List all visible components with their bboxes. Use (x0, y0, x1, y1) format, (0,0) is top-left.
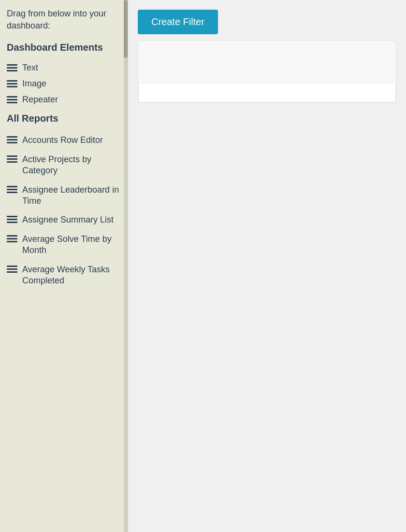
all-reports-title: All Reports (7, 112, 121, 124)
drag-hint: Drag from below into your dashboard: (7, 8, 121, 32)
report-label: Average Weekly Tasks Completed (22, 264, 121, 287)
list-icon (7, 96, 17, 103)
report-item-active-projects[interactable]: Active Projects by Category (7, 150, 121, 181)
scrollbar-thumb[interactable] (124, 0, 128, 58)
report-label: Active Projects by Category (22, 154, 121, 177)
list-icon (7, 155, 17, 163)
list-icon (7, 80, 17, 87)
element-label-repeater: Repeater (22, 95, 58, 105)
element-item-image[interactable]: Image (7, 76, 121, 92)
sidebar: Drag from below into your dashboard: Das… (0, 0, 128, 532)
report-label: Accounts Row Editor (22, 135, 103, 146)
report-item-average-solve-time[interactable]: Average Solve Time by Month (7, 230, 121, 260)
main-content: Create Filter (128, 0, 406, 532)
element-label-image: Image (22, 79, 46, 89)
report-label: Assignee Leaderboard in Time (22, 184, 121, 207)
list-icon (7, 136, 17, 143)
report-item-assignee-summary[interactable]: Assignee Summary List (7, 210, 121, 229)
elements-list: Text Image Repeater (7, 60, 121, 108)
report-item-assignee-leaderboard[interactable]: Assignee Leaderboard in Time (7, 181, 121, 211)
dashboard-elements-title: Dashboard Elements (7, 42, 121, 53)
content-panel (138, 40, 396, 103)
create-filter-button[interactable]: Create Filter (138, 10, 218, 34)
element-label-text: Text (22, 63, 38, 73)
list-icon (7, 186, 17, 193)
list-icon (7, 266, 17, 273)
list-icon (7, 64, 17, 71)
element-item-text[interactable]: Text (7, 60, 121, 76)
all-reports-section: All Reports Accounts Row Editor Active P… (7, 112, 121, 290)
list-icon (7, 216, 17, 223)
element-item-repeater[interactable]: Repeater (7, 92, 121, 108)
report-item-average-weekly-tasks[interactable]: Average Weekly Tasks Completed (7, 260, 121, 291)
list-icon (7, 235, 17, 242)
content-panel-inner (138, 83, 396, 102)
report-item-accounts-row-editor[interactable]: Accounts Row Editor (7, 131, 121, 150)
scrollbar-track[interactable] (124, 0, 128, 532)
report-label: Average Solve Time by Month (22, 234, 121, 256)
report-label: Assignee Summary List (22, 214, 114, 225)
